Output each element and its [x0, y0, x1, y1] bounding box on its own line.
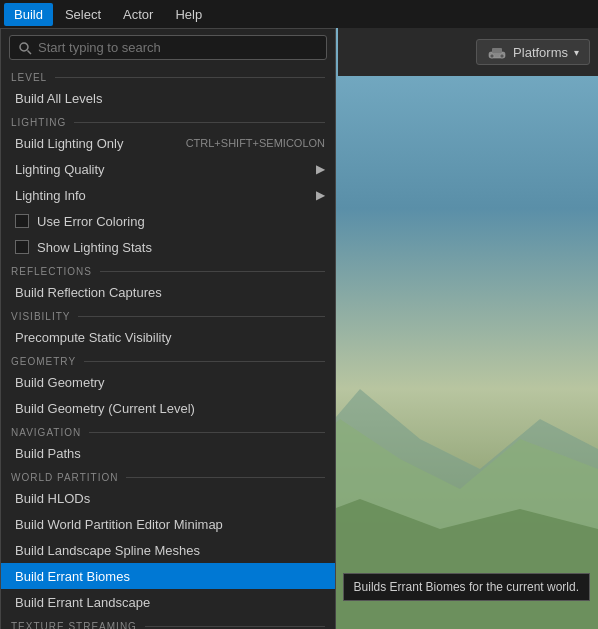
build-landscape-spline-meshes-label: Build Landscape Spline Meshes — [15, 543, 325, 558]
section-visibility: VISIBILITY — [1, 305, 335, 324]
search-input[interactable] — [38, 40, 318, 55]
build-menu-dropdown: LEVEL Build All Levels LIGHTING Build Li… — [0, 28, 336, 629]
section-reflections-line — [100, 271, 325, 272]
menu-item-lighting-quality[interactable]: Lighting Quality ▶ — [1, 156, 335, 182]
build-geometry-label: Build Geometry — [15, 375, 325, 390]
menu-select[interactable]: Select — [55, 3, 111, 26]
menu-item-build-geometry-current[interactable]: Build Geometry (Current Level) — [1, 395, 335, 421]
menu-item-build-geometry[interactable]: Build Geometry — [1, 369, 335, 395]
section-level: LEVEL — [1, 66, 335, 85]
section-world-partition: WORLD PARTITION — [1, 466, 335, 485]
platforms-button[interactable]: Platforms ▾ — [476, 39, 590, 65]
build-reflection-captures-label: Build Reflection Captures — [15, 285, 325, 300]
precompute-static-visibility-label: Precompute Static Visibility — [15, 330, 325, 345]
show-lighting-stats-label: Show Lighting Stats — [37, 240, 325, 255]
section-geometry: GEOMETRY — [1, 350, 335, 369]
section-texture-streaming-line — [145, 626, 325, 627]
menu-actor[interactable]: Actor — [113, 3, 163, 26]
build-lighting-only-shortcut: CTRL+SHIFT+SEMICOLON — [186, 137, 325, 149]
section-geometry-line — [84, 361, 325, 362]
menu-help[interactable]: Help — [165, 3, 212, 26]
menu-item-build-world-partition-minimap[interactable]: Build World Partition Editor Minimap — [1, 511, 335, 537]
build-hlods-label: Build HLODs — [15, 491, 325, 506]
lighting-quality-arrow-icon: ▶ — [316, 162, 325, 176]
section-geometry-label: GEOMETRY — [11, 356, 76, 367]
section-world-partition-label: WORLD PARTITION — [11, 472, 118, 483]
section-reflections-label: REFLECTIONS — [11, 266, 92, 277]
menu-item-build-all-levels[interactable]: Build All Levels — [1, 85, 335, 111]
menu-item-precompute-static-visibility[interactable]: Precompute Static Visibility — [1, 324, 335, 350]
menu-item-build-errant-biomes[interactable]: Build Errant Biomes — [1, 563, 335, 589]
svg-point-6 — [500, 54, 504, 58]
menu-item-build-errant-landscape[interactable]: Build Errant Landscape — [1, 589, 335, 615]
section-level-line — [55, 77, 325, 78]
viewport-toolbar: Platforms ▾ — [338, 28, 598, 76]
build-paths-label: Build Paths — [15, 446, 325, 461]
section-lighting-label: LIGHTING — [11, 117, 66, 128]
menu-bar: Build Select Actor Help — [0, 0, 598, 28]
lighting-info-arrow-icon: ▶ — [316, 188, 325, 202]
section-navigation-label: NAVIGATION — [11, 427, 81, 438]
section-visibility-line — [78, 316, 325, 317]
platforms-label: Platforms — [513, 45, 568, 60]
svg-rect-4 — [492, 48, 502, 53]
section-visibility-label: VISIBILITY — [11, 311, 70, 322]
build-geometry-current-label: Build Geometry (Current Level) — [15, 401, 325, 416]
build-lighting-only-label: Build Lighting Only — [15, 136, 178, 151]
menu-item-build-landscape-spline-meshes[interactable]: Build Landscape Spline Meshes — [1, 537, 335, 563]
section-level-label: LEVEL — [11, 72, 47, 83]
build-errant-biomes-label: Build Errant Biomes — [15, 569, 325, 584]
platforms-chevron-icon: ▾ — [574, 47, 579, 58]
build-all-levels-label: Build All Levels — [15, 91, 325, 106]
menu-item-build-hlods[interactable]: Build HLODs — [1, 485, 335, 511]
menu-item-build-reflection-captures[interactable]: Build Reflection Captures — [1, 279, 335, 305]
section-lighting: LIGHTING — [1, 111, 335, 130]
platforms-icon — [487, 44, 507, 60]
svg-line-8 — [28, 50, 32, 54]
section-texture-streaming: TEXTURE STREAMING — [1, 615, 335, 629]
menu-item-build-paths[interactable]: Build Paths — [1, 440, 335, 466]
menu-item-show-lighting-stats[interactable]: Show Lighting Stats — [1, 234, 335, 260]
show-lighting-stats-checkbox[interactable] — [15, 240, 29, 254]
use-error-coloring-checkbox[interactable] — [15, 214, 29, 228]
lighting-quality-label: Lighting Quality — [15, 162, 308, 177]
svg-point-5 — [490, 54, 494, 58]
use-error-coloring-label: Use Error Coloring — [37, 214, 325, 229]
menu-item-build-lighting-only[interactable]: Build Lighting Only CTRL+SHIFT+SEMICOLON — [1, 130, 335, 156]
lighting-info-label: Lighting Info — [15, 188, 308, 203]
menu-build[interactable]: Build — [4, 3, 53, 26]
build-world-partition-minimap-label: Build World Partition Editor Minimap — [15, 517, 325, 532]
section-navigation: NAVIGATION — [1, 421, 335, 440]
section-world-partition-line — [126, 477, 325, 478]
tooltip: Builds Errant Biomes for the current wor… — [343, 573, 590, 601]
tooltip-text: Builds Errant Biomes for the current wor… — [354, 580, 579, 594]
search-bar[interactable] — [9, 35, 327, 60]
build-errant-landscape-label: Build Errant Landscape — [15, 595, 325, 610]
section-reflections: REFLECTIONS — [1, 260, 335, 279]
search-icon — [18, 41, 32, 55]
section-lighting-line — [74, 122, 325, 123]
section-texture-streaming-label: TEXTURE STREAMING — [11, 621, 137, 629]
menu-item-use-error-coloring[interactable]: Use Error Coloring — [1, 208, 335, 234]
section-navigation-line — [89, 432, 325, 433]
menu-item-lighting-info[interactable]: Lighting Info ▶ — [1, 182, 335, 208]
svg-point-7 — [20, 43, 28, 51]
